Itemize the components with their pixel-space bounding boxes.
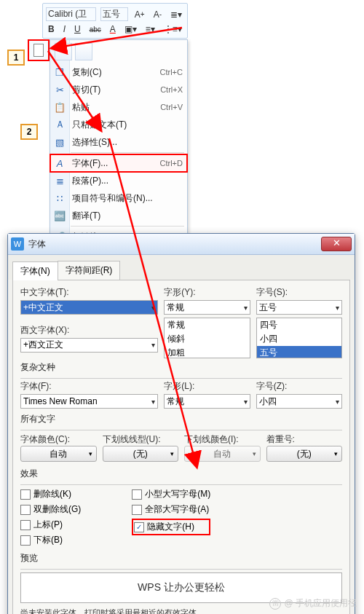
effect-strikethrough[interactable]: 删除线(K) (20, 488, 81, 500)
paragraph-icon: ≣ (54, 176, 66, 186)
menu-copy-shortcut: Ctrl+C (160, 68, 183, 76)
menu-paragraph-label: 段落(P)... (72, 175, 183, 187)
font-style-list[interactable]: 常规 倾斜 加粗 (164, 318, 250, 358)
menu-paragraph[interactable]: ≣ 段落(P)... (50, 172, 187, 189)
paste-special-icon: ▧ (54, 137, 66, 148)
font-size-list[interactable]: 四号 小四 五号 (256, 318, 342, 358)
effect-small-caps[interactable]: 小型大写字母(M) (132, 488, 210, 500)
dialog-titlebar: W 字体 ✕ (8, 234, 355, 255)
menu-cut-shortcut: Ctrl+X (160, 85, 183, 94)
group-all-text: 所有文字 (20, 413, 342, 425)
menu-font[interactable]: A 字体(F)... Ctrl+D (50, 154, 187, 172)
label-chinese-font: 中文字体(T): (20, 286, 158, 299)
underline-style-select[interactable]: (无) (103, 446, 179, 462)
font-name-combo[interactable]: Calibri (卫 (46, 7, 96, 21)
grow-font-icon[interactable]: A+ (132, 9, 147, 20)
list-item[interactable]: 倾斜 (165, 332, 249, 346)
menu-copy-label: 复制(C) (72, 66, 160, 79)
font-size-combo-dlg[interactable]: 五号 (256, 300, 342, 315)
group-complex: 复杂文种 (20, 361, 342, 374)
chinese-font-combo[interactable]: +中文正文 (20, 300, 158, 315)
label-emphasis: 着重号: (266, 433, 343, 446)
paste-option-1[interactable] (55, 43, 72, 60)
effect-hidden-text[interactable]: ✓隐藏文字(H) (132, 519, 210, 535)
list-item[interactable]: 小四 (257, 332, 341, 346)
menu-paste[interactable]: 📋 粘贴 Ctrl+V (50, 98, 187, 116)
font-icon: A (54, 158, 66, 169)
align-button[interactable]: ≡▾ (143, 24, 157, 34)
complex-size-combo[interactable]: 小四 (256, 394, 342, 409)
font-size-combo[interactable]: 五号 (100, 7, 128, 21)
strike-button[interactable]: abc (87, 25, 103, 34)
effect-subscript[interactable]: 下标(B) (20, 534, 81, 546)
floating-toolbar: Calibri (卫 五号 A+ A- ≣▾ B I U abc A ▣▾ ≡▾… (42, 3, 188, 39)
step-1-badge: 1 (7, 50, 25, 66)
shrink-font-icon[interactable]: A- (151, 9, 164, 20)
menu-pastespecial-label: 选择性(S)... (72, 136, 183, 149)
complex-style-combo[interactable]: 常规 (164, 394, 250, 409)
step-2-badge: 2 (20, 124, 38, 140)
menu-paste-special[interactable]: ▧ 选择性(S)... (50, 133, 187, 151)
watermark: 當 @ 手机应用便用径 (269, 597, 357, 610)
copy-icon: ❐ (54, 67, 66, 78)
label-western-font: 西文字体(X): (20, 324, 158, 336)
tab-spacing[interactable]: 字符间距(R) (58, 261, 121, 280)
menu-translate[interactable]: 🔤 翻译(T) (50, 207, 187, 224)
menu-font-label: 字体(F)... (72, 157, 160, 170)
font-color-select[interactable]: 自动 (20, 446, 97, 462)
font-color-button[interactable]: A (108, 24, 118, 34)
menu-paste-text-label: 只粘贴文本(T) (72, 119, 183, 131)
menu-bullets[interactable]: ∷ 项目符号和编号(N)... (50, 189, 187, 207)
effect-all-caps[interactable]: 全部大写字母(A) (132, 503, 210, 516)
complex-font-combo[interactable]: Times New Roman (20, 394, 158, 409)
italic-button[interactable]: I (61, 24, 68, 34)
list-item[interactable]: 四号 (257, 318, 341, 332)
paste-option-2[interactable] (75, 43, 92, 60)
menu-paste-label: 粘贴 (72, 101, 160, 114)
western-font-combo[interactable]: +西文正文 (20, 338, 158, 353)
context-menu: ❐ 复制(C) Ctrl+C ✂ 剪切(T) Ctrl+X 📋 粘贴 Ctrl+… (50, 39, 188, 246)
bold-button[interactable]: B (46, 24, 57, 34)
scissors-icon: ✂ (54, 84, 66, 95)
menu-font-shortcut: Ctrl+D (160, 159, 183, 168)
label-font-color: 字体颜色(C): (20, 433, 97, 446)
list-item[interactable]: 五号 (257, 346, 341, 358)
menu-paste-text-only[interactable]: Ａ 只粘贴文本(T) (50, 116, 187, 133)
font-style-combo[interactable]: 常规 (164, 300, 250, 315)
highlight-button[interactable]: ▣▾ (122, 24, 139, 34)
watermark-icon: 當 (269, 598, 281, 610)
menu-cut-label: 剪切(T) (72, 84, 160, 96)
clipboard-dropdown-button[interactable] (28, 39, 50, 61)
list-item[interactable]: 常规 (165, 318, 249, 332)
label-font-size: 字号(S): (256, 286, 342, 299)
font-dialog: W 字体 ✕ 字体(N) 字符间距(R) 中文字体(T): +中文正文 字形(Y… (7, 233, 355, 614)
translate-icon: 🔤 (54, 210, 66, 221)
menu-translate-label: 翻译(T) (72, 210, 183, 222)
emphasis-select[interactable]: (无) (266, 446, 343, 462)
group-preview: 预览 (20, 552, 342, 564)
underline-button[interactable]: U (72, 24, 83, 34)
text-icon: Ａ (54, 118, 66, 131)
list-item[interactable]: 加粗 (165, 346, 249, 358)
effect-superscript[interactable]: 上标(P) (20, 519, 81, 531)
label-font-style: 字形(Y): (164, 286, 250, 299)
group-effects: 效果 (20, 468, 342, 480)
menu-cut[interactable]: ✂ 剪切(T) Ctrl+X (50, 81, 187, 98)
bullets-icon: ∷ (54, 193, 66, 204)
label-complex-size: 字号(Z): (256, 380, 342, 393)
line-spacing-icon[interactable]: ≣▾ (168, 9, 184, 20)
dialog-title: 字体 (28, 238, 321, 251)
menu-paste-shortcut: Ctrl+V (160, 103, 183, 111)
label-complex-style: 字形(L): (164, 380, 250, 393)
underline-color-select: 自动 (184, 446, 261, 462)
clipboard-icon: 📋 (54, 102, 66, 113)
menu-copy[interactable]: ❐ 复制(C) Ctrl+C (50, 63, 187, 81)
label-complex-font: 字体(F): (20, 380, 158, 393)
menu-bullets-label: 项目符号和编号(N)... (72, 192, 183, 205)
bullets-button[interactable]: ⋮≡▾ (162, 24, 184, 34)
label-underline-style: 下划线线型(U): (103, 433, 179, 446)
app-icon: W (11, 237, 24, 251)
effect-double-strike[interactable]: 双删除线(G) (20, 503, 81, 516)
tab-font[interactable]: 字体(N) (12, 261, 58, 280)
close-button[interactable]: ✕ (321, 237, 352, 251)
